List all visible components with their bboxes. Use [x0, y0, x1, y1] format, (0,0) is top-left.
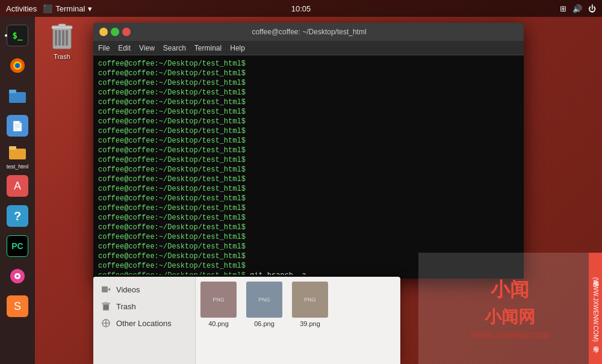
texteditor-dock-icon: 📄	[7, 115, 28, 137]
pycharm-dock-icon: PC	[7, 235, 28, 257]
maximize-button[interactable]	[111, 28, 119, 36]
dock-item-files[interactable]	[4, 82, 31, 110]
term-prompt: coffee@coffee:~/Desktop/test_html$	[98, 69, 246, 78]
svg-rect-11	[55, 30, 57, 46]
sidebar-item-other[interactable]: Other Locations	[93, 315, 195, 331]
firefox-dock-icon	[7, 55, 28, 76]
menu-help[interactable]: Help	[230, 44, 245, 52]
term-line: coffee@coffee:~/Desktop/test_html$	[98, 223, 519, 232]
svg-rect-23	[106, 305, 107, 309]
topbar-time: 10:05	[291, 4, 311, 13]
watermark-side-bar: 小闻 (WWW.JXWENW.COM)专用	[589, 253, 602, 364]
file-thumb-06-label: 06.png	[254, 320, 275, 327]
menu-edit[interactable]: Edit	[118, 44, 131, 52]
file-thumb-06-img: PNG	[246, 282, 282, 318]
dock-item-firefox[interactable]	[4, 52, 31, 79]
term-line: coffee@coffee:~/Desktop/test_html$	[98, 107, 519, 117]
help-dock-icon: ?	[7, 205, 28, 227]
svg-rect-3	[9, 92, 26, 103]
other-locations-icon	[101, 318, 111, 329]
term-cmd-prompt: coffee@coffee:~/Desktop/test_html$	[98, 271, 246, 275]
file-thumb-06png[interactable]: PNG 06.png	[246, 282, 282, 327]
terminal-title: coffee@coffee: ~/Desktop/test_html	[131, 28, 488, 36]
svg-rect-13	[62, 30, 64, 46]
term-prompt: coffee@coffee:~/Desktop/test_html$	[98, 60, 246, 68]
power-icon[interactable]: ⏻	[588, 4, 596, 13]
svg-point-2	[15, 63, 20, 68]
watermark-logo: 小闻	[491, 277, 529, 303]
term-prompt: coffee@coffee:~/Desktop/test_html$	[98, 127, 246, 135]
term-line: coffee@coffee:~/Desktop/test_html$	[98, 242, 519, 251]
sidebar-item-videos[interactable]: Videos	[93, 282, 195, 297]
file-thumb-40-label: 40.png	[208, 320, 229, 327]
term-prompt: coffee@coffee:~/Desktop/test_html$	[98, 98, 246, 106]
term-prompt: coffee@coffee:~/Desktop/test_html$	[98, 88, 246, 97]
svg-rect-12	[58, 30, 61, 46]
active-indicator	[5, 34, 7, 37]
svg-point-9	[16, 275, 19, 277]
term-line: coffee@coffee:~/Desktop/test_html$	[98, 136, 519, 146]
svg-rect-16	[58, 24, 66, 26]
volume-icon[interactable]: 🔊	[573, 4, 582, 13]
svg-rect-14	[66, 30, 68, 46]
dock-item-sublime[interactable]: S	[4, 292, 31, 320]
topbar-app[interactable]: ⬛ Terminal ▾	[43, 4, 92, 13]
dock-item-test-html[interactable]: test_html	[4, 142, 31, 170]
term-prompt: coffee@coffee:~/Desktop/test_html$	[98, 108, 246, 116]
desktop-icon-trash[interactable]: Trash	[41, 23, 83, 60]
term-line: coffee@coffee:~/Desktop/test_html$	[98, 97, 519, 107]
term-prompt: coffee@coffee:~/Desktop/test_html$	[98, 156, 246, 164]
file-manager: Videos Trash	[93, 277, 400, 364]
dock-item-pycharm[interactable]: PC	[4, 232, 31, 260]
file-main-area: PNG 40.png PNG 06.png PNG 39.png	[196, 277, 400, 364]
dock-item-texteditor[interactable]: 📄	[4, 112, 31, 140]
file-thumb-39-img: PNG	[292, 282, 328, 318]
network-icon[interactable]: ⊞	[560, 4, 566, 13]
trash-sidebar-icon	[101, 301, 111, 312]
close-button[interactable]	[122, 28, 131, 36]
terminal-screen: coffee@coffee:~/Desktop/test_html$ coffe…	[98, 59, 519, 275]
term-prompt: coffee@coffee:~/Desktop/test_html$	[98, 79, 246, 87]
file-thumb-39-label: 39.png	[300, 320, 320, 327]
svg-rect-17	[102, 286, 108, 292]
app-name: Terminal	[55, 4, 85, 13]
svg-rect-22	[104, 305, 105, 309]
svg-rect-5	[9, 149, 26, 159]
test-html-label: test_html	[7, 164, 29, 170]
appcenter-dock-icon: A	[7, 175, 28, 197]
sidebar-item-trash[interactable]: Trash	[93, 298, 195, 314]
files-dock-icon	[7, 85, 28, 106]
svg-rect-6	[9, 146, 16, 150]
dock-item-settings[interactable]	[4, 262, 31, 290]
term-git-cmd: git branch -a	[250, 271, 306, 275]
menu-file[interactable]: File	[98, 44, 110, 52]
file-thumb-39png[interactable]: PNG 39.png	[292, 282, 328, 327]
activities-button[interactable]: Activities	[6, 4, 37, 13]
term-prompt: coffee@coffee:~/Desktop/test_html$	[98, 214, 246, 222]
svg-rect-21	[104, 302, 108, 303]
terminal-dock-icon: $_	[7, 25, 28, 46]
file-thumb-40png[interactable]: PNG 40.png	[200, 282, 237, 327]
sublime-dock-icon: S	[7, 295, 28, 317]
topbar-left: Activities ⬛ Terminal ▾	[6, 4, 92, 13]
term-prompt: coffee@coffee:~/Desktop/test_html$	[98, 242, 246, 251]
terminal-body[interactable]: coffee@coffee:~/Desktop/test_html$ coffe…	[93, 55, 524, 279]
svg-rect-24	[107, 305, 108, 309]
term-line: coffee@coffee:~/Desktop/test_html$	[98, 146, 519, 155]
dock-item-help[interactable]: ?	[4, 202, 31, 230]
minimize-button[interactable]	[99, 28, 108, 36]
term-prompt: coffee@coffee:~/Desktop/test_html$	[98, 146, 246, 155]
dock-item-appcenter[interactable]: A	[4, 172, 31, 200]
watermark-cn-name: 小闻网	[485, 306, 535, 329]
dock-item-terminal[interactable]: $_	[4, 22, 31, 49]
term-prompt: coffee@coffee:~/Desktop/test_html$	[98, 175, 246, 184]
menu-view[interactable]: View	[139, 44, 155, 52]
menu-terminal[interactable]: Terminal	[194, 44, 222, 52]
term-line: coffee@coffee:~/Desktop/test_html$	[98, 194, 519, 203]
menu-search[interactable]: Search	[163, 44, 186, 52]
trash-sidebar-label: Trash	[116, 302, 136, 311]
other-locations-label: Other Locations	[116, 319, 172, 328]
svg-marker-18	[108, 288, 110, 291]
svg-rect-4	[9, 90, 16, 93]
term-line: coffee@coffee:~/Desktop/test_html$	[98, 232, 519, 242]
